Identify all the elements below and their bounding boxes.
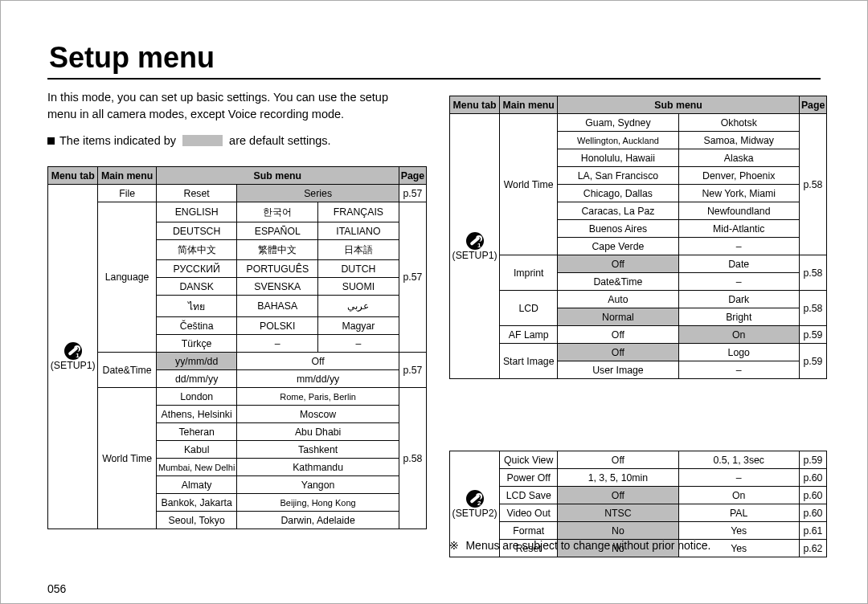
submenu: Samoa, Midway <box>678 132 799 149</box>
table-row: LCD SaveOffOnp.60 <box>450 487 827 504</box>
main-menu: Date&Time <box>98 353 156 388</box>
submenu-default: Series <box>237 185 399 202</box>
submenu: LA, San Francisco <box>558 167 678 185</box>
submenu: ESPAÑOL <box>237 222 318 240</box>
submenu: Off <box>558 451 678 469</box>
submenu: 日本語 <box>318 240 399 260</box>
submenu: ไทย <box>156 296 237 317</box>
submenu: Yangon <box>237 476 399 494</box>
submenu: Denver, Phoenix <box>678 167 799 185</box>
submenu: 简体中文 <box>156 240 237 260</box>
submenu-default: Off <box>558 344 678 361</box>
legend-post: are default settings. <box>229 134 331 147</box>
submenu: Rome, Paris, Berlin <box>237 388 399 406</box>
submenu: PORTUGUÊS <box>237 260 318 278</box>
submenu: Darwin, Adelaide <box>237 512 399 529</box>
table-row: Video OutNTSCPALp.60 <box>450 504 827 522</box>
submenu: PAL <box>678 504 799 522</box>
page-ref: p.58 <box>799 114 826 255</box>
submenu: Okhotsk <box>678 114 799 132</box>
setup1-label: (SETUP1) <box>452 250 497 261</box>
submenu: Honolulu, Hawaii <box>558 149 678 167</box>
menu-tab-cell: 1 (SETUP1) <box>450 114 500 379</box>
wrench-icon: 1 <box>466 232 484 250</box>
page-ref: p.60 <box>799 469 826 487</box>
submenu: Dark <box>678 291 799 308</box>
submenu: Chicago, Dallas <box>558 185 678 202</box>
setup2-label: (SETUP2) <box>452 508 497 519</box>
page-ref: p.61 <box>799 522 826 540</box>
legend-pre: The items indicated by <box>59 134 176 147</box>
submenu: 1, 3, 5, 10min <box>558 469 678 487</box>
submenu-default: Off <box>558 487 678 504</box>
page-ref: p.57 <box>399 202 426 353</box>
submenu: Kathmandu <box>237 459 399 476</box>
page-ref: p.59 <box>799 326 826 344</box>
submenu: 한국어 <box>237 202 318 222</box>
page-ref: p.60 <box>799 487 826 504</box>
table-row: 1 (SETUP1) File Reset Series p.57 <box>48 185 427 202</box>
page-ref: p.60 <box>799 504 826 522</box>
submenu-default: yy/mm/dd <box>156 353 237 370</box>
submenu: Cape Verde <box>558 238 678 255</box>
table-header-row: Menu tab Main menu Sub menu Page <box>48 167 427 185</box>
submenu: Bright <box>678 308 799 326</box>
main-menu: World Time <box>500 114 558 255</box>
submenu: London <box>156 388 237 406</box>
page-ref: p.58 <box>399 388 426 529</box>
submenu: Moscow <box>237 406 399 423</box>
submenu: Off <box>237 353 399 370</box>
submenu-default: No <box>558 522 678 540</box>
submenu: عربي <box>318 296 399 317</box>
submenu: BAHASA <box>237 296 318 317</box>
submenu: Beijing, Hong Kong <box>237 494 399 512</box>
submenu: DANSK <box>156 278 237 296</box>
page-ref: p.57 <box>399 353 426 388</box>
submenu-default: Normal <box>558 308 678 326</box>
table: Menu tab Main menu Sub menu Page 1 (SETU… <box>449 96 827 379</box>
submenu: Tashkent <box>237 441 399 459</box>
bullet-icon <box>47 137 55 145</box>
page-number: 056 <box>47 582 66 595</box>
wrench-icon: 2 <box>466 490 484 508</box>
intro-text: In this mode, you can set up basic setti… <box>47 89 417 123</box>
main-menu: Video Out <box>500 504 558 522</box>
page-ref: p.58 <box>799 255 826 291</box>
submenu-default: Off <box>558 255 678 273</box>
main-menu: Start Image <box>500 344 558 379</box>
main-menu: World Time <box>98 388 156 529</box>
th-main: Main menu <box>500 96 558 114</box>
submenu: 0.5, 1, 3sec <box>678 451 799 469</box>
submenu: ENGLISH <box>156 202 237 222</box>
th-page: Page <box>399 167 426 185</box>
submenu: Auto <box>558 291 678 308</box>
submenu: Kabul <box>156 441 237 459</box>
submenu: Date <box>678 255 799 273</box>
submenu: New York, Miami <box>678 185 799 202</box>
submenu: Bankok, Jakarta <box>156 494 237 512</box>
submenu: Guam, Sydney <box>558 114 678 132</box>
th-sub: Sub menu <box>156 167 399 185</box>
submenu: Mumbai, New Delhi <box>156 459 237 476</box>
submenu: Athens, Helsinki <box>156 406 237 423</box>
setup1-label: (SETUP1) <box>51 360 96 371</box>
default-swatch-icon <box>182 135 223 146</box>
table: Menu tab Main menu Sub menu Page 1 (SETU… <box>47 166 427 529</box>
submenu: FRANÇAIS <box>318 202 399 222</box>
submenu: Abu Dhabi <box>237 423 399 441</box>
footnote: ※ Menus are subject to change without pr… <box>449 539 711 552</box>
submenu-default: NTSC <box>558 504 678 522</box>
submenu: Magyar <box>318 317 399 335</box>
table-header-row: Menu tab Main menu Sub menu Page <box>450 96 827 114</box>
submenu: – <box>678 238 799 255</box>
submenu: DUTCH <box>318 260 399 278</box>
submenu: Almaty <box>156 476 237 494</box>
footnote-text: Menus are subject to change without prio… <box>465 539 710 552</box>
table-row: 2(SETUP2)Quick ViewOff0.5, 1, 3secp.59 <box>450 451 827 469</box>
submenu: Čeština <box>156 317 237 335</box>
th-tab: Menu tab <box>48 167 98 185</box>
submenu: Date&Time <box>558 273 678 291</box>
submenu: Seoul, Tokyo <box>156 512 237 529</box>
page-ref: p.59 <box>799 451 826 469</box>
page-ref: p.58 <box>799 291 826 326</box>
